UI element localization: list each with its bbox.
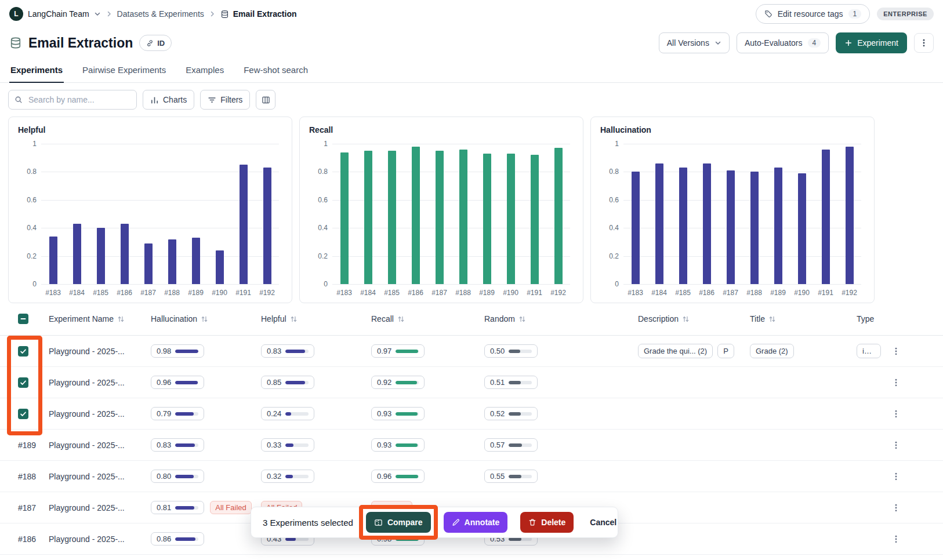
edit-resource-tags-button[interactable]: Edit resource tags 1 [756, 4, 871, 24]
kebab-icon [891, 409, 901, 419]
auto-evaluators-button[interactable]: Auto-Evaluators 4 [737, 32, 829, 53]
charts-button[interactable]: Charts [143, 90, 194, 110]
chart-bar [240, 165, 248, 284]
metric-value-pill: 0.85 [261, 376, 314, 389]
gridline [332, 284, 570, 285]
tab-experiments[interactable]: Experiments [9, 59, 64, 83]
id-copy-button[interactable]: ID [139, 35, 172, 51]
kebab-icon [891, 534, 901, 544]
row-kebab-menu[interactable] [884, 378, 908, 387]
hallucination-cell: 0.96 [151, 376, 261, 389]
table-row[interactable]: Playground - 2025-... 0.96 0.85 0.92 0.5… [0, 367, 943, 398]
row-kebab-menu[interactable] [884, 441, 908, 450]
check-icon [20, 379, 27, 386]
helpful-cell: 0.33 [261, 438, 371, 452]
column-header-random[interactable]: Random [484, 314, 638, 323]
column-header-title[interactable]: Title [750, 314, 857, 323]
org-name[interactable]: LangChain Team [28, 9, 89, 19]
x-tick-label: #191 [523, 289, 546, 297]
experiment-id: #186 [18, 534, 36, 544]
metric-value-pill: 0.79 [151, 407, 204, 420]
column-header-type[interactable]: Type [857, 314, 884, 323]
row-kebab-menu[interactable] [884, 503, 908, 512]
x-tick-label: #186 [695, 289, 719, 297]
row-checkbox-checked[interactable] [18, 346, 28, 357]
experiment-name[interactable]: Playground - 2025-... [41, 534, 151, 544]
chevron-down-icon[interactable] [94, 10, 101, 17]
chart-card-recall: Recall 0 0.2 0.4 0.6 0.8 1 #183#184#185#… [299, 117, 583, 303]
annotate-button[interactable]: Annotate [444, 512, 508, 533]
row-kebab-menu[interactable] [884, 534, 908, 544]
sort-icon [768, 315, 776, 323]
experiment-name[interactable]: Playground - 2025-... [41, 441, 151, 450]
column-settings-button[interactable] [256, 90, 275, 110]
row-checkbox-checked[interactable] [18, 409, 28, 419]
search-input[interactable] [27, 94, 130, 105]
recall-cell: 0.93 [371, 407, 484, 420]
cancel-button[interactable]: Cancel [586, 517, 620, 528]
metric-progress-track [396, 443, 419, 447]
column-header-recall[interactable]: Recall [371, 314, 484, 323]
breadcrumb-datasets[interactable]: Datasets & Experiments [117, 9, 204, 19]
column-header-experiment-name[interactable]: Experiment Name [41, 314, 151, 323]
row-kebab-menu[interactable] [884, 409, 908, 419]
random-cell: 0.57 [484, 438, 638, 452]
tab-pairwise-experiments[interactable]: Pairwise Experiments [81, 59, 167, 83]
column-header-description[interactable]: Description [638, 314, 750, 323]
table-row[interactable]: #188 Playground - 2025-... 0.80 0.32 0.9… [0, 461, 943, 492]
kebab-icon [891, 441, 901, 450]
compare-icon [374, 518, 383, 527]
column-header-helpful[interactable]: Helpful [261, 314, 371, 323]
experiment-name[interactable]: Playground - 2025-... [41, 409, 151, 419]
new-experiment-button[interactable]: Experiment [836, 32, 907, 53]
table-row[interactable]: Playground - 2025-... 0.79 0.24 0.93 0.5… [0, 398, 943, 430]
tab-few-shot-search[interactable]: Few-shot search [242, 59, 309, 83]
x-tick-label: #187 [427, 289, 451, 297]
experiment-name[interactable]: Playground - 2025-... [41, 503, 151, 512]
experiment-name[interactable]: Playground - 2025-... [41, 472, 151, 481]
table-row[interactable]: #189 Playground - 2025-... 0.83 0.33 0.9… [0, 430, 943, 461]
select-all-checkbox[interactable] [18, 314, 28, 324]
charts-row: Helpful 0 0.2 0.4 0.6 0.8 1 #183#184#185… [0, 117, 943, 303]
chart-bar [554, 148, 563, 284]
filters-button[interactable]: Filters [200, 90, 250, 110]
versions-dropdown[interactable]: All Versions [659, 32, 730, 53]
tab-bar: Experiments Pairwise Experiments Example… [0, 59, 943, 83]
metric-value: 0.93 [377, 441, 391, 449]
y-tick-label: 0.2 [609, 252, 623, 260]
random-cell: 0.52 [484, 407, 638, 420]
page-root: L LangChain Team Datasets & Experiments … [0, 0, 943, 560]
chart-bar [459, 150, 467, 284]
x-tick-label: #184 [356, 289, 380, 297]
breadcrumb-current[interactable]: Email Extraction [220, 9, 297, 19]
metric-progress-track [285, 412, 309, 416]
type-cell: integer [857, 344, 884, 358]
check-icon [20, 410, 27, 417]
column-header-hallucination[interactable]: Hallucination [151, 314, 261, 323]
gridline [623, 284, 861, 285]
compare-button[interactable]: Compare [366, 512, 431, 533]
experiment-name[interactable]: Playground - 2025-... [41, 347, 151, 356]
org-avatar[interactable]: L [9, 7, 23, 21]
row-checkbox-checked[interactable] [18, 377, 28, 388]
metric-value: 0.81 [157, 503, 171, 512]
experiment-name[interactable]: Playground - 2025-... [41, 378, 151, 387]
delete-button[interactable]: Delete [520, 512, 574, 533]
chart-bar [531, 155, 539, 284]
metric-value-pill: 0.33 [261, 438, 314, 452]
tab-examples[interactable]: Examples [184, 59, 225, 83]
metric-progress-track [285, 443, 309, 447]
row-kebab-menu[interactable] [884, 472, 908, 481]
chart-bar [822, 150, 830, 284]
table-row[interactable]: Playground - 2025-... 0.98 0.83 0.97 0.5… [0, 336, 943, 367]
chart-x-axis: #183#184#185#186#187#188#189#190#191#192 [332, 289, 570, 297]
chart-bar [727, 170, 735, 284]
metric-value: 0.83 [267, 347, 281, 355]
row-kebab-menu[interactable] [884, 347, 908, 356]
x-tick-label: #186 [113, 289, 136, 297]
y-tick-label: 1 [615, 140, 623, 148]
gridline [332, 144, 570, 144]
header-kebab-menu[interactable] [914, 33, 934, 53]
metric-value: 0.33 [267, 441, 281, 449]
metric-value-pill: 0.51 [484, 376, 538, 389]
